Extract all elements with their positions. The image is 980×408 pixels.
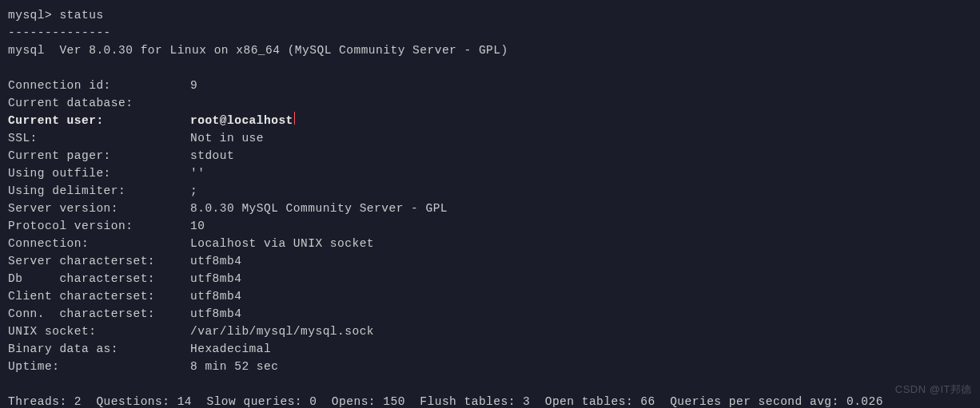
status-row: Server characterset:utf8mb4 — [8, 252, 972, 270]
status-value: 9 — [190, 77, 197, 94]
status-value: /var/lib/mysql/mysql.sock — [190, 323, 374, 340]
status-label: Conn. characterset: — [8, 305, 190, 323]
status-row: SSL:Not in use — [8, 129, 972, 147]
status-output: Connection id:9Current database:Current … — [8, 77, 972, 375]
blank-line — [8, 59, 972, 77]
status-value: root@localhost — [190, 112, 293, 129]
text-cursor — [294, 112, 295, 125]
status-label: Using delimiter: — [8, 182, 190, 200]
status-label: Current pager: — [8, 147, 190, 164]
status-row: Binary data as:Hexadecimal — [8, 340, 972, 358]
status-label: Current database: — [8, 94, 190, 112]
status-row: Current user:root@localhost — [8, 112, 972, 129]
status-value: Localhost via UNIX socket — [190, 235, 374, 252]
status-row: Using delimiter:; — [8, 182, 972, 200]
divider-line: -------------- — [8, 24, 972, 42]
status-label: Using outfile: — [8, 164, 190, 182]
status-value: 8.0.30 MySQL Community Server - GPL — [190, 200, 448, 217]
status-row: Uptime:8 min 52 sec — [8, 358, 972, 375]
status-label: Current user: — [8, 112, 190, 129]
status-label: Server version: — [8, 200, 190, 217]
status-row: Conn. characterset:utf8mb4 — [8, 305, 972, 323]
status-value: 8 min 52 sec — [190, 358, 278, 375]
status-value: '' — [190, 164, 205, 182]
status-label: Client characterset: — [8, 287, 190, 305]
status-label: SSL: — [8, 129, 190, 147]
status-row: Connection:Localhost via UNIX socket — [8, 235, 972, 252]
status-row: Connection id:9 — [8, 77, 972, 94]
status-label: Protocol version: — [8, 217, 190, 235]
blank-line — [8, 375, 972, 393]
prompt-line: mysql> status — [8, 6, 972, 24]
status-row: Using outfile:'' — [8, 164, 972, 182]
status-value: ; — [190, 182, 197, 200]
status-row: Current pager:stdout — [8, 147, 972, 164]
status-row: Current database: — [8, 94, 972, 112]
status-label: Binary data as: — [8, 340, 190, 358]
command-input[interactable]: status — [59, 9, 103, 22]
stats-line: Threads: 2 Questions: 14 Slow queries: 0… — [8, 393, 972, 408]
status-value: Not in use — [190, 129, 264, 147]
status-row: Protocol version:10 — [8, 217, 972, 235]
status-label: Connection: — [8, 235, 190, 252]
status-row: UNIX socket:/var/lib/mysql/mysql.sock — [8, 323, 972, 340]
status-label: UNIX socket: — [8, 323, 190, 340]
status-label: Db characterset: — [8, 270, 190, 287]
mysql-prompt: mysql> — [8, 9, 59, 22]
status-label: Server characterset: — [8, 252, 190, 270]
status-row: Client characterset:utf8mb4 — [8, 287, 972, 305]
status-value: utf8mb4 — [190, 252, 241, 270]
status-row: Db characterset:utf8mb4 — [8, 270, 972, 287]
watermark: CSDN @IT邦德 — [895, 381, 972, 398]
version-line: mysql Ver 8.0.30 for Linux on x86_64 (My… — [8, 42, 972, 59]
status-row: Server version:8.0.30 MySQL Community Se… — [8, 200, 972, 217]
status-value: utf8mb4 — [190, 305, 241, 323]
status-label: Uptime: — [8, 358, 190, 375]
status-value: utf8mb4 — [190, 270, 241, 287]
status-value: 10 — [190, 217, 205, 235]
status-value: Hexadecimal — [190, 340, 271, 358]
status-label: Connection id: — [8, 77, 190, 94]
status-value: utf8mb4 — [190, 287, 241, 305]
status-value: stdout — [190, 147, 234, 164]
